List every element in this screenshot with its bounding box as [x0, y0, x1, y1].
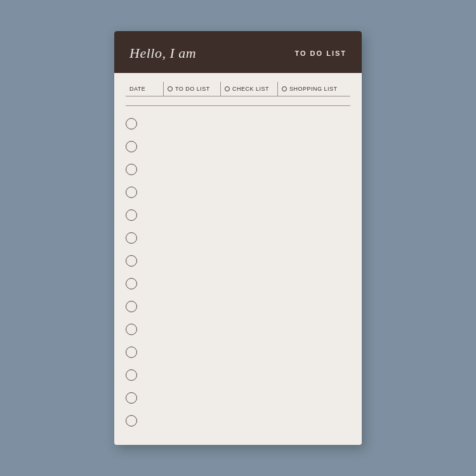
checklist-item[interactable] [126, 318, 350, 341]
check-circle-icon[interactable] [126, 369, 137, 381]
checklist-item[interactable] [126, 409, 350, 432]
checklist-item[interactable] [126, 135, 350, 158]
tab-check-list[interactable]: CHECK LIST [221, 82, 278, 96]
check-circle-icon[interactable] [126, 415, 137, 426]
check-circle-icon[interactable] [126, 255, 137, 267]
checklist-area [114, 106, 362, 445]
check-circle-icon[interactable] [126, 209, 137, 221]
check-circle-icon[interactable] [126, 187, 137, 198]
checklist-item[interactable] [126, 204, 350, 227]
tab-circle-icon [168, 86, 173, 91]
checklist-item[interactable] [126, 341, 350, 364]
check-circle-icon[interactable] [126, 232, 137, 244]
tabs-row: DATETO DO LISTCHECK LISTSHOPPING LIST [126, 82, 350, 96]
check-circle-icon[interactable] [126, 347, 137, 358]
checklist-item[interactable] [126, 364, 350, 387]
checklist-item[interactable] [126, 181, 350, 204]
tab-circle-icon [282, 86, 287, 91]
check-circle-icon[interactable] [126, 278, 137, 289]
checklist-item[interactable] [126, 158, 350, 181]
checklist-item[interactable] [126, 112, 350, 135]
check-circle-icon[interactable] [126, 141, 137, 152]
checklist-item[interactable] [126, 227, 350, 249]
check-circle-icon[interactable] [126, 118, 137, 129]
notepad: Hello, I am TO DO LIST DATETO DO LISTCHE… [114, 31, 362, 445]
check-circle-icon[interactable] [126, 392, 137, 404]
check-circle-icon[interactable] [126, 324, 137, 335]
tab-date[interactable]: DATE [126, 82, 164, 96]
tab-circle-icon [225, 86, 230, 91]
check-circle-icon[interactable] [126, 301, 137, 312]
notepad-header: Hello, I am TO DO LIST [114, 31, 362, 73]
tab-to-do-list[interactable]: TO DO LIST [164, 82, 221, 96]
check-circle-icon[interactable] [126, 164, 137, 175]
checklist-item[interactable] [126, 387, 350, 409]
checklist-item[interactable] [126, 272, 350, 295]
checklist-item[interactable] [126, 295, 350, 318]
header-title: Hello, I am [129, 45, 196, 62]
tab-shopping-list[interactable]: SHOPPING LIST [278, 82, 343, 96]
header-subtitle: TO DO LIST [294, 50, 347, 57]
checklist-item[interactable] [126, 249, 350, 272]
